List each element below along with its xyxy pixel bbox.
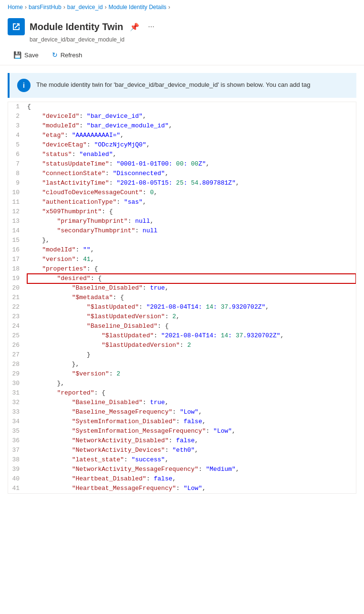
code-line: 10 "cloudToDeviceMessageCount": 0, bbox=[8, 188, 356, 198]
code-line: 19 "desired": { bbox=[8, 274, 356, 283]
refresh-label: Refresh bbox=[61, 52, 83, 59]
line-content: "$lastUpdatedVersion": 2 bbox=[27, 341, 356, 350]
breadcrumb-device[interactable]: bar_device_id bbox=[67, 4, 103, 10]
code-line: 6 "status": "enabled", bbox=[8, 150, 356, 159]
line-content: "primaryThumbprint": null, bbox=[27, 217, 356, 226]
save-label: Save bbox=[24, 52, 39, 59]
refresh-icon: ↻ bbox=[52, 51, 58, 59]
line-content: "latest_state": "success", bbox=[27, 455, 356, 465]
code-line: 12 "x509Thumbprint": { bbox=[8, 207, 356, 217]
line-content: "Heartbeat_Disabled": false, bbox=[27, 474, 356, 484]
code-line: 32 "Baseline_Disabled": true, bbox=[8, 398, 356, 407]
line-number: 21 bbox=[8, 293, 27, 302]
line-content: "reported": { bbox=[27, 388, 356, 398]
line-number: 1 bbox=[8, 102, 27, 112]
breadcrumb-hub[interactable]: barsFirstHub bbox=[29, 4, 62, 10]
line-content: "status": "enabled", bbox=[27, 150, 356, 159]
line-content: "NetworkActivity_MessageFrequency": "Med… bbox=[27, 465, 356, 474]
code-line: 37 "NetworkActivity_Devices": "eth0", bbox=[8, 446, 356, 455]
code-line: 9 "lastActivityTime": "2021-08-05T15: 25… bbox=[8, 178, 356, 188]
line-content: "authenticationType": "sas", bbox=[27, 198, 356, 207]
line-content: "cloudToDeviceMessageCount": 0, bbox=[27, 188, 356, 198]
line-content: }, bbox=[27, 236, 356, 245]
line-content: "NetworkActivity_Disabled": false, bbox=[27, 436, 356, 446]
line-number: 9 bbox=[8, 178, 27, 188]
line-number: 5 bbox=[8, 140, 27, 150]
line-content: "SystemInformation_Disabled": false, bbox=[27, 417, 356, 427]
line-content: "$lastUpdated": "2021-08-04T14: 14: 37.9… bbox=[27, 331, 356, 341]
line-content: } bbox=[27, 350, 356, 360]
line-number: 37 bbox=[8, 446, 27, 455]
line-number: 10 bbox=[8, 188, 27, 198]
line-number: 20 bbox=[8, 283, 27, 293]
code-line: 36 "NetworkActivity_Disabled": false, bbox=[8, 436, 356, 446]
code-line: 30 }, bbox=[8, 379, 356, 388]
code-line: 22 "$lastUpdated": "2021-08-04T14: 14: 3… bbox=[8, 302, 356, 312]
line-content: "desired": { bbox=[27, 274, 356, 283]
code-line: 28 }, bbox=[8, 360, 356, 369]
line-number: 19 bbox=[8, 274, 27, 283]
line-number: 32 bbox=[8, 398, 27, 407]
code-line: 5 "deviceEtag": "ODczNjcyMjQ0", bbox=[8, 140, 356, 150]
line-content: }, bbox=[27, 360, 356, 369]
line-number: 15 bbox=[8, 236, 27, 245]
code-line: 33 "Baseline_MessageFrequency": "Low", bbox=[8, 407, 356, 417]
code-line: 4 "etag": "AAAAAAAAAI=", bbox=[8, 131, 356, 140]
code-line: 2 "deviceId": "bar_device_id", bbox=[8, 112, 356, 121]
breadcrumb: Home › barsFirstHub › bar_device_id › Mo… bbox=[0, 0, 364, 14]
line-content: "Baseline_Disabled": { bbox=[27, 322, 356, 331]
line-content: "$metadata": { bbox=[27, 293, 356, 302]
line-content: }, bbox=[27, 379, 356, 388]
line-number: 35 bbox=[8, 427, 27, 436]
code-line: 7 "statusUpdateTime": "0001-01-01T00: 00… bbox=[8, 159, 356, 169]
info-banner: i The module identity twin for 'bar_devi… bbox=[8, 73, 356, 98]
code-line: 17 "version": 41, bbox=[8, 255, 356, 264]
breadcrumb-module-identity[interactable]: Module Identity Details bbox=[108, 4, 166, 10]
code-editor: 1{2 "deviceId": "bar_device_id",3 "modul… bbox=[8, 102, 356, 494]
line-content: "deviceEtag": "ODczNjcyMjQ0", bbox=[27, 140, 356, 150]
breadcrumb-home[interactable]: Home bbox=[8, 4, 23, 10]
line-content: { bbox=[27, 102, 356, 112]
line-number: 6 bbox=[8, 150, 27, 159]
line-content: "statusUpdateTime": "0001-01-01T00: 00: … bbox=[27, 159, 356, 169]
code-line: 14 "secondaryThumbprint": null bbox=[8, 226, 356, 236]
code-line: 16 "modelId": "", bbox=[8, 245, 356, 255]
page-header: Module Identity Twin 📌 ··· bar_device_id… bbox=[0, 14, 364, 45]
line-number: 24 bbox=[8, 322, 27, 331]
line-number: 22 bbox=[8, 302, 27, 312]
code-line: 40 "Heartbeat_Disabled": false, bbox=[8, 474, 356, 484]
line-number: 39 bbox=[8, 465, 27, 474]
line-number: 28 bbox=[8, 360, 27, 369]
info-icon: i bbox=[17, 79, 31, 92]
line-content: "moduleId": "bar_device_module_id", bbox=[27, 121, 356, 131]
line-content: "deviceId": "bar_device_id", bbox=[27, 112, 356, 121]
line-content: "version": 41, bbox=[27, 255, 356, 264]
save-icon: 💾 bbox=[13, 51, 21, 59]
code-line: 26 "$lastUpdatedVersion": 2 bbox=[8, 341, 356, 350]
line-content: "Heartbeat_MessageFrequency": "Low", bbox=[27, 484, 356, 493]
more-options-icon[interactable]: ··· bbox=[146, 21, 156, 33]
code-line: 24 "Baseline_Disabled": { bbox=[8, 322, 356, 331]
page-title: Module Identity Twin bbox=[30, 21, 123, 32]
line-number: 16 bbox=[8, 245, 27, 255]
code-line: 21 "$metadata": { bbox=[8, 293, 356, 302]
code-line: 8 "connectionState": "Disconnected", bbox=[8, 169, 356, 178]
code-line: 15 }, bbox=[8, 236, 356, 245]
code-line: 34 "SystemInformation_Disabled": false, bbox=[8, 417, 356, 427]
save-button[interactable]: 💾 Save bbox=[8, 49, 44, 61]
code-line: 18 "properties": { bbox=[8, 264, 356, 274]
toolbar: 💾 Save ↻ Refresh bbox=[0, 45, 364, 65]
code-line: 3 "moduleId": "bar_device_module_id", bbox=[8, 121, 356, 131]
line-content: "properties": { bbox=[27, 264, 356, 274]
pin-icon[interactable]: 📌 bbox=[128, 21, 141, 33]
line-number: 27 bbox=[8, 350, 27, 360]
line-content: "modelId": "", bbox=[27, 245, 356, 255]
line-number: 17 bbox=[8, 255, 27, 264]
line-number: 3 bbox=[8, 121, 27, 131]
line-number: 14 bbox=[8, 226, 27, 236]
line-number: 8 bbox=[8, 169, 27, 178]
line-number: 31 bbox=[8, 388, 27, 398]
line-content: "secondaryThumbprint": null bbox=[27, 226, 356, 236]
refresh-button[interactable]: ↻ Refresh bbox=[46, 49, 88, 61]
code-line: 41 "Heartbeat_MessageFrequency": "Low", bbox=[8, 484, 356, 493]
